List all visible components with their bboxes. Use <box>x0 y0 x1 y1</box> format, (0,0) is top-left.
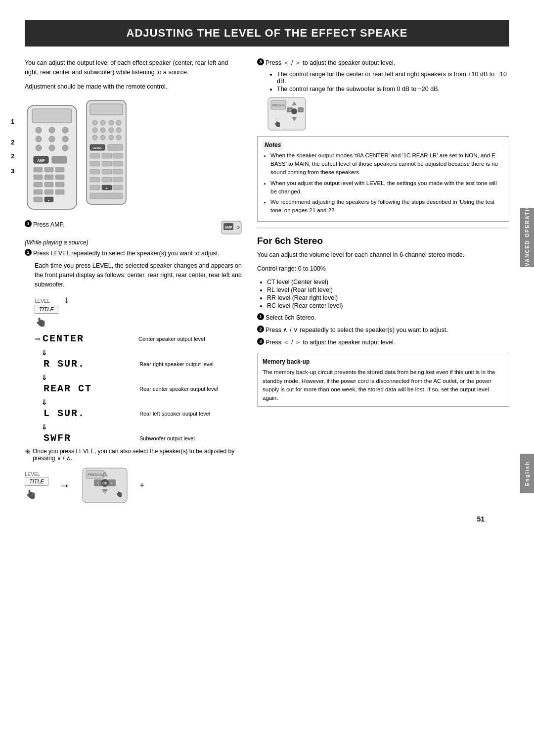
level-remote-icon: PRESON ＞ ＜ <box>267 96 307 131</box>
svg-point-36 <box>100 128 105 133</box>
while-playing-label: (While playing a source) <box>25 238 242 247</box>
svg-rect-52 <box>90 169 100 174</box>
6ch-bullet-2: RR level (Rear right level) <box>267 294 509 301</box>
svg-text:PRESON: PRESON <box>88 473 102 476</box>
notes-list: When the speaker output modes 'tθA CENTE… <box>263 151 504 215</box>
svg-point-37 <box>109 128 114 133</box>
svg-point-2 <box>36 127 42 133</box>
6ch-step2-number: 2 <box>257 326 264 332</box>
svg-text:OK: OK <box>102 481 107 485</box>
svg-text:＞: ＞ <box>299 108 303 112</box>
svg-rect-1 <box>32 109 72 123</box>
svg-point-8 <box>36 145 42 151</box>
svg-text:AMP: AMP <box>224 226 232 229</box>
svg-rect-24 <box>44 189 53 194</box>
notes-box: Notes When the speaker output modes 'tθA… <box>257 136 509 222</box>
intro-para2: Adjustment should be made with the remot… <box>25 82 242 92</box>
svg-rect-45 <box>108 144 123 150</box>
svg-rect-46 <box>90 153 100 158</box>
svg-point-32 <box>100 120 105 125</box>
svg-point-3 <box>49 127 55 133</box>
svg-point-35 <box>92 128 97 133</box>
svg-point-42 <box>116 135 121 140</box>
svg-point-40 <box>100 135 105 140</box>
amp-button-icon: AMP <box>221 220 242 235</box>
svg-point-33 <box>109 120 114 125</box>
step2-number: 2 <box>25 249 32 256</box>
svg-rect-19 <box>55 175 64 180</box>
speaker-display: ⇒ CENTER Center speaker output level ⇓ R… <box>35 332 242 444</box>
speaker-lsur: L SUR. <box>44 408 133 419</box>
6ch-step1-text: Select 6ch Stereo. <box>266 313 509 323</box>
tip-star-icon: ✳ <box>25 448 31 456</box>
svg-rect-57 <box>113 177 123 182</box>
remote-directional: PRESON ∧ ∨ ＞ ＜ OK <box>80 466 130 505</box>
note-item-1: When you adjust the output level with LE… <box>270 179 504 196</box>
svg-rect-21 <box>44 182 53 187</box>
6ch-step1-row: 1 Select 6ch Stereo. <box>257 313 509 323</box>
svg-text:∨: ∨ <box>103 490 106 494</box>
svg-rect-51 <box>113 161 123 166</box>
step3-text: Press ＜ / ＞ to adjust the speaker output… <box>266 58 509 68</box>
page-title: ADJUSTING THE LEVEL OF THE EFFECT SPEAKE <box>25 20 509 47</box>
svg-rect-30 <box>90 104 123 115</box>
step1-number: 1 <box>25 220 32 227</box>
memory-title: Memory back-up <box>263 357 504 366</box>
speaker-swfr: SWFR <box>44 432 133 444</box>
svg-rect-26 <box>34 197 43 202</box>
level-title-box: TITLE <box>35 305 58 314</box>
step1-row: 1 Press AMP. AMP <box>25 220 242 235</box>
page-number: 51 <box>25 515 509 523</box>
svg-text:PRESON: PRESON <box>272 104 284 107</box>
svg-rect-53 <box>102 169 112 174</box>
svg-point-4 <box>62 127 68 133</box>
step2-text: Press LEVEL repeatedly to select the spe… <box>33 249 242 258</box>
svg-point-41 <box>109 135 114 140</box>
6ch-step2-row: 2 Press ∧ / ∨ repeatedly to select the s… <box>257 326 509 335</box>
svg-text:LEVEL: LEVEL <box>92 146 102 149</box>
svg-rect-16 <box>55 167 64 172</box>
svg-text:AMP: AMP <box>37 159 45 162</box>
tip-row: ✳ Once you press LEVEL, you can also sel… <box>25 448 242 462</box>
tip-text: Once you press LEVEL, you can also selec… <box>33 448 242 462</box>
svg-point-10 <box>62 145 68 151</box>
svg-point-39 <box>92 135 97 140</box>
svg-text:►: ► <box>106 187 108 189</box>
6ch-intro: You can adjust the volume level for each… <box>257 250 509 260</box>
advanced-operation-label: ADVANCED OPERATION <box>525 199 530 275</box>
svg-rect-58 <box>90 185 100 190</box>
advanced-operation-sidebar: ADVANCED OPERATION <box>520 208 534 267</box>
bottom-remotes: LEVEL TITLE → PRESON ∧ <box>25 466 242 505</box>
svg-point-31 <box>92 120 97 125</box>
svg-rect-14 <box>34 167 43 172</box>
svg-rect-47 <box>102 153 112 158</box>
svg-rect-62 <box>90 193 123 199</box>
6ch-section-title: For 6ch Stereo <box>257 236 509 246</box>
svg-text:＜: ＜ <box>96 481 100 485</box>
memory-text: The memory back-up circuit prevents the … <box>263 369 495 401</box>
memory-backup-box: Memory back-up The memory back-up circui… <box>257 353 509 407</box>
svg-rect-25 <box>55 189 64 194</box>
hand-cursor-icon-2 <box>25 488 37 500</box>
speaker-rearct-desc: Rear center speaker output level <box>139 385 218 392</box>
intro-para1: You can adjust the output level of each … <box>25 58 242 77</box>
svg-point-6 <box>49 136 55 142</box>
svg-point-7 <box>62 136 68 142</box>
plus-icon: + <box>139 480 145 491</box>
svg-point-38 <box>116 128 121 133</box>
svg-point-88 <box>291 108 297 114</box>
svg-rect-50 <box>102 161 112 166</box>
svg-text:∧: ∧ <box>103 472 106 477</box>
svg-rect-54 <box>113 169 123 174</box>
speaker-rsur: R SUR. <box>44 358 133 370</box>
note-item-0: When the speaker output modes 'tθA CENTE… <box>270 151 504 177</box>
english-label: English <box>525 461 530 486</box>
svg-point-5 <box>36 136 42 142</box>
6ch-step3-row: 3 Press ＜ / ＞ to adjust the speaker outp… <box>257 338 509 347</box>
step3-row: 3 Press ＜ / ＞ to adjust the speaker outp… <box>257 58 509 68</box>
svg-rect-49 <box>90 161 100 166</box>
svg-point-34 <box>116 120 121 125</box>
svg-rect-55 <box>90 177 100 182</box>
remote-control-1: AMP <box>25 103 79 212</box>
speaker-lsur-desc: Rear left speaker output level <box>139 410 210 417</box>
